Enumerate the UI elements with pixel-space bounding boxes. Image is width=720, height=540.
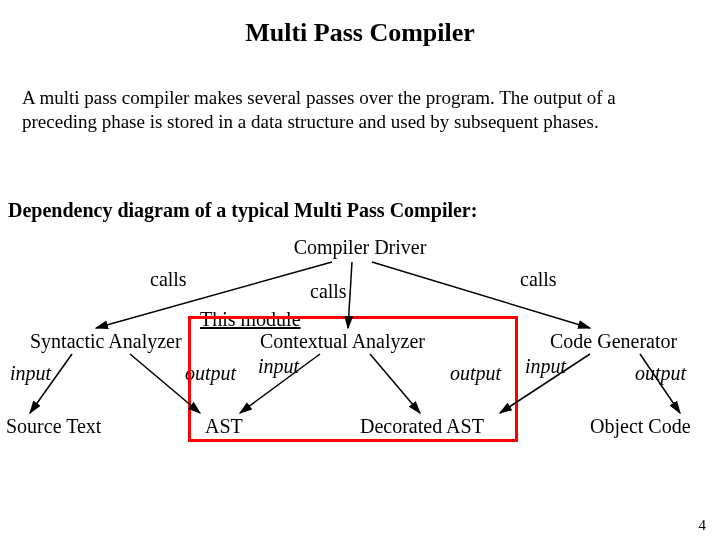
slide: Multi Pass Compiler A multi pass compile… — [0, 0, 720, 540]
page-number: 4 — [699, 517, 707, 534]
highlight-box — [188, 316, 518, 442]
calls-label-left: calls — [150, 268, 187, 291]
description-paragraph: A multi pass compiler makes several pass… — [22, 86, 662, 134]
input-label-1: input — [10, 362, 51, 385]
subheading: Dependency diagram of a typical Multi Pa… — [8, 199, 477, 222]
calls-label-middle: calls — [310, 280, 347, 303]
code-generator-label: Code Generator — [550, 330, 677, 353]
input-label-3: input — [525, 355, 566, 378]
output-label-3: output — [635, 362, 686, 385]
diagram-arrows — [0, 0, 720, 540]
object-code-label: Object Code — [590, 415, 691, 438]
source-text-label: Source Text — [6, 415, 101, 438]
calls-label-right: calls — [520, 268, 557, 291]
compiler-driver-label: Compiler Driver — [0, 236, 720, 259]
syntactic-analyzer-label: Syntactic Analyzer — [30, 330, 182, 353]
slide-title: Multi Pass Compiler — [0, 18, 720, 48]
